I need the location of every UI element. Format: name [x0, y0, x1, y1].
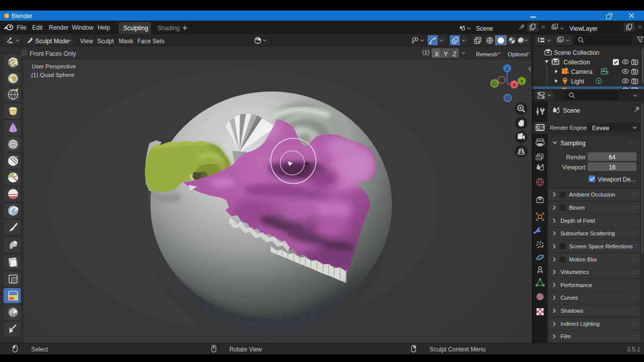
svg-text:X: X	[513, 82, 516, 87]
svg-text:Z: Z	[506, 66, 509, 71]
svg-text:Light: Light	[571, 78, 585, 85]
svg-text:Y: Y	[520, 79, 523, 84]
svg-text:Scene Collection: Scene Collection	[554, 49, 599, 56]
svg-text:Camera: Camera	[571, 68, 593, 75]
svg-text:Collection: Collection	[564, 59, 590, 66]
